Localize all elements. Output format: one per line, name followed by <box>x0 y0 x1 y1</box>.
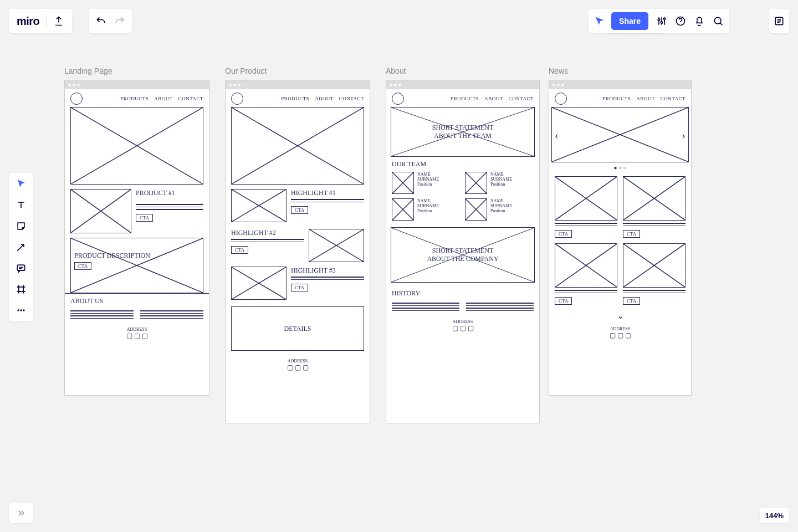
undo-icon[interactable] <box>95 16 106 27</box>
tool-sidebar <box>9 173 33 321</box>
hero-statement: SHORT STATEMENT ABOUT THE TEAM <box>391 107 535 157</box>
frame-label[interactable]: About <box>386 66 406 75</box>
image-placeholder <box>231 189 287 222</box>
svg-point-0 <box>658 19 659 21</box>
news-card: CTA <box>555 176 617 238</box>
logo-placeholder <box>555 93 567 105</box>
browser-chrome <box>65 80 209 89</box>
activity-button[interactable] <box>769 9 789 33</box>
frame-news[interactable]: PRODUCTS ABOUT CONTACT ‹ › ● ○ ○ CTA CTA… <box>549 80 692 396</box>
carousel <box>551 107 689 162</box>
team-member: NAMESURNAMEPosition <box>392 172 461 194</box>
statement: SHORT STATEMENT ABOUT THE COMPANY <box>424 247 502 263</box>
carousel-dots: ● ○ ○ <box>551 165 689 171</box>
team-member: NAMESURNAMEPosition <box>465 198 534 221</box>
nav-link: CONTACT <box>339 96 364 101</box>
share-button-bar: Share <box>606 9 729 33</box>
frame-tool-icon[interactable] <box>16 284 27 295</box>
settings-icon[interactable] <box>656 16 667 27</box>
nav-link: ABOUT <box>315 96 334 101</box>
heading: OUR TEAM <box>392 160 534 168</box>
chevrons-right-icon <box>16 508 27 519</box>
browser-chrome <box>549 80 691 89</box>
logo-placeholder <box>392 93 404 105</box>
heading: HISTORY <box>392 289 534 298</box>
redo-icon[interactable] <box>114 16 125 27</box>
news-card: CTA <box>555 243 617 305</box>
search-icon[interactable] <box>713 16 724 27</box>
cta-button: CTA <box>231 246 248 254</box>
svg-point-7 <box>17 309 19 311</box>
image-placeholder <box>309 229 364 262</box>
image-placeholder <box>231 267 287 300</box>
comment-tool-icon[interactable] <box>16 263 27 274</box>
select-tool-icon[interactable] <box>16 178 27 190</box>
frame-label[interactable]: Landing Page <box>64 66 112 75</box>
chevron-down-icon: ⌄ <box>549 310 691 321</box>
nav-link: CONTACT <box>661 96 686 101</box>
logo-placeholder <box>70 93 83 105</box>
nav-link: ABOUT <box>636 96 655 101</box>
chevron-right-icon: › <box>682 129 686 142</box>
chevron-left-icon: ‹ <box>555 129 559 142</box>
heading: PRODUCT #1 <box>136 189 203 197</box>
list-icon <box>774 16 785 27</box>
cta-button: CTA <box>136 214 153 222</box>
frame-about[interactable]: PRODUCTS ABOUT CONTACT SHORT STATEMENT A… <box>386 80 540 423</box>
nav-link: PRODUCTS <box>120 96 149 101</box>
heading: ABOUT US <box>70 297 203 305</box>
frame-label[interactable]: News <box>549 66 568 75</box>
export-icon[interactable] <box>53 16 64 27</box>
expand-panel-button[interactable] <box>9 503 33 523</box>
frame-landing[interactable]: PRODUCTS ABOUT CONTACT PRODUCT #1 CTA PR… <box>64 80 209 396</box>
team-member: NAMESURNAMEPosition <box>465 172 534 194</box>
team-member: NAMESURNAMEPosition <box>392 198 461 221</box>
text-tool-icon[interactable] <box>16 200 27 211</box>
desc-box: PRODUCT DESCRIPTION CTA <box>70 238 203 293</box>
arrow-tool-icon[interactable] <box>16 242 27 253</box>
nav-link: CONTACT <box>509 96 534 101</box>
heading: HIGHLIGHT #1 <box>291 189 364 197</box>
help-icon[interactable] <box>675 16 686 27</box>
undo-redo-bar <box>89 9 132 33</box>
svg-point-2 <box>663 18 665 19</box>
zoom-level[interactable]: 144% <box>760 508 789 523</box>
share-button[interactable]: Share <box>611 12 648 30</box>
image-placeholder <box>70 189 131 233</box>
svg-point-1 <box>661 22 662 23</box>
nav-link: CONTACT <box>178 96 203 101</box>
cta-button: CTA <box>291 206 308 214</box>
more-tools-icon[interactable] <box>16 305 27 316</box>
footer-address: ADDRESS <box>68 327 206 332</box>
sticky-tool-icon[interactable] <box>16 221 27 232</box>
frame-label[interactable]: Our Product <box>225 66 267 75</box>
divider <box>46 14 47 28</box>
svg-point-9 <box>23 309 24 311</box>
browser-chrome <box>386 80 539 89</box>
heading: PRODUCT DESCRIPTION <box>74 252 200 260</box>
nav-link: ABOUT <box>484 96 503 101</box>
details-box: DETAILS <box>231 306 364 351</box>
heading: HIGHLIGHT #2 <box>231 229 304 237</box>
cta-button: CTA <box>74 262 91 270</box>
statement: SHORT STATEMENT ABOUT THE TEAM <box>424 124 502 140</box>
footer-address: ADDRESS <box>390 319 536 324</box>
nav-link: PRODUCTS <box>451 96 479 101</box>
nav-link: ABOUT <box>154 96 173 101</box>
nav-link: PRODUCTS <box>281 96 309 101</box>
top-logo-bar: miro <box>9 9 72 33</box>
cta-button: CTA <box>291 284 308 291</box>
cursor-icon[interactable] <box>594 16 605 27</box>
app-logo[interactable]: miro <box>17 15 39 28</box>
footer-address: ADDRESS <box>229 359 366 364</box>
heading: DETAILS <box>284 325 311 333</box>
news-card: CTA <box>623 243 686 305</box>
heading: HIGHLIGHT #3 <box>291 267 364 275</box>
logo-placeholder <box>231 93 243 105</box>
bell-icon[interactable] <box>694 16 705 27</box>
canvas[interactable]: Landing Page PRODUCTS ABOUT CONTACT PROD… <box>64 66 765 488</box>
frame-product[interactable]: PRODUCTS ABOUT CONTACT HIGHLIGHT #1 CTA … <box>225 80 370 423</box>
footer-address: ADDRESS <box>555 326 686 331</box>
nav-link: PRODUCTS <box>602 96 631 101</box>
svg-point-4 <box>714 17 721 24</box>
